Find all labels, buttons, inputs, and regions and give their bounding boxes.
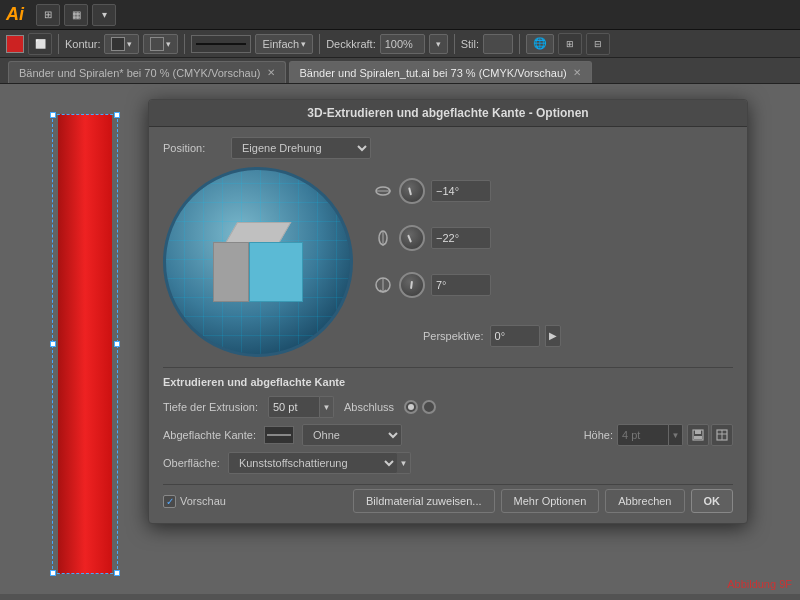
bevel-row: Abgeflachte Kante: Ohne Höhe: ▼ <box>163 424 733 446</box>
section-divider-1 <box>163 367 733 368</box>
mehr-optionen-button[interactable]: Mehr Optionen <box>501 489 600 513</box>
handle-mr <box>114 341 120 347</box>
rotation-controls: Perspektive: ▶ <box>365 167 733 357</box>
rot-y-dial[interactable] <box>399 225 425 251</box>
surface-arrow[interactable]: ▼ <box>397 452 411 474</box>
deckkraft-label: Deckkraft: <box>326 38 376 50</box>
menu-icon-2[interactable]: ▦ <box>64 4 88 26</box>
globe-preview[interactable] <box>163 167 353 357</box>
menu-icon-3[interactable]: ▾ <box>92 4 116 26</box>
hohe-label: Höhe: <box>584 429 613 441</box>
tab-close-0[interactable]: ✕ <box>267 67 275 78</box>
kontur-style[interactable]: ▾ <box>143 34 178 54</box>
app-logo: Ai <box>6 4 24 25</box>
tiefe-field[interactable] <box>268 396 320 418</box>
rot-z-icon <box>373 275 393 295</box>
stroke-preview <box>191 35 251 53</box>
kontur-color[interactable]: ▾ <box>104 34 139 54</box>
deckkraft-arrow[interactable]: ▾ <box>429 34 448 54</box>
main-area: 3D-Extrudieren und abgeflachte Kante - O… <box>0 84 800 594</box>
vorschau-checkbox[interactable]: ✓ <box>163 495 176 508</box>
hohe-arrow[interactable]: ▼ <box>669 424 683 446</box>
globe-btn[interactable]: 🌐 <box>526 34 554 54</box>
rot-z-row <box>373 272 733 298</box>
dialog-body: Position: Eigene Drehung <box>149 127 747 523</box>
ok-button[interactable]: OK <box>691 489 734 513</box>
surface-row: Oberfläche: Kunststoffschattierung ▼ <box>163 452 733 474</box>
tiefe-arrow[interactable]: ▼ <box>320 396 334 418</box>
bevel-preview <box>264 426 294 444</box>
toolbar-icon-1[interactable]: ⬜ <box>28 33 52 55</box>
oberflache-label: Oberfläche: <box>163 457 220 469</box>
rot-x-row <box>373 178 733 204</box>
rot-x-icon <box>373 181 393 201</box>
view-btn[interactable]: ⊞ <box>558 33 582 55</box>
stil-btn[interactable] <box>483 34 513 54</box>
hohe-section: Höhe: ▼ <box>584 424 733 446</box>
deckkraft-field[interactable] <box>380 34 425 54</box>
perspektive-field[interactable] <box>490 325 540 347</box>
bildmaterial-button[interactable]: Bildmaterial zuweisen... <box>353 489 495 513</box>
handle-tr <box>114 112 120 118</box>
toolbar-divider-2 <box>184 34 185 54</box>
arrange-btn[interactable]: ⊟ <box>586 33 610 55</box>
rot-x-field[interactable] <box>431 180 491 202</box>
save-btn-2[interactable] <box>711 424 733 446</box>
toolbar-divider-3 <box>319 34 320 54</box>
svg-rect-7 <box>695 430 701 434</box>
abschluss-radio-2[interactable] <box>422 400 436 414</box>
abschluss-label: Abschluss <box>344 401 394 413</box>
fill-swatch[interactable] <box>6 35 24 53</box>
hohe-field-group: ▼ <box>617 424 683 446</box>
menu-bar: Ai ⊞ ▦ ▾ <box>0 0 800 30</box>
abbrechen-button[interactable]: Abbrechen <box>605 489 684 513</box>
handle-tl <box>50 112 56 118</box>
globe-container <box>163 167 353 357</box>
rot-y-icon <box>373 228 393 248</box>
perspektive-row: Perspektive: ▶ <box>423 325 733 347</box>
perspektive-arrow[interactable]: ▶ <box>545 325 561 347</box>
toolbar: ⬜ Kontur: ▾ ▾ Einfach ▾ Deckkraft: ▾ Sti… <box>0 30 800 58</box>
rot-z-field[interactable] <box>431 274 491 296</box>
abbildung-text: Abbildung 9F <box>727 578 792 590</box>
dialog-3d-extrude: 3D-Extrudieren und abgeflachte Kante - O… <box>148 99 748 524</box>
cube-right <box>249 242 303 302</box>
tab-close-1[interactable]: ✕ <box>573 67 581 78</box>
save-btn-1[interactable] <box>687 424 709 446</box>
tab-0[interactable]: Bänder und Spiralen* bei 70 % (CMYK/Vors… <box>8 61 286 83</box>
tiefe-label: Tiefe der Extrusion: <box>163 401 258 413</box>
rot-y-field[interactable] <box>431 227 491 249</box>
vorschau-label[interactable]: ✓ Vorschau <box>163 495 226 508</box>
position-label: Position: <box>163 142 223 154</box>
red-band <box>58 114 112 574</box>
kontur-label: Kontur: <box>65 38 100 50</box>
einfach-btn[interactable]: Einfach ▾ <box>255 34 313 54</box>
rot-y-row <box>373 225 733 251</box>
cube-top <box>225 222 292 244</box>
save-btns <box>687 424 733 446</box>
dialog-buttons: ✓ Vorschau Bildmaterial zuweisen... Mehr… <box>163 484 733 513</box>
rot-x-dial[interactable] <box>399 178 425 204</box>
position-select[interactable]: Eigene Drehung <box>231 137 371 159</box>
handle-br <box>114 570 120 576</box>
menu-icon-1[interactable]: ⊞ <box>36 4 60 26</box>
dialog-title: 3D-Extrudieren und abgeflachte Kante - O… <box>149 100 747 127</box>
tab-1[interactable]: Bänder und Spiralen_tut.ai bei 73 % (CMY… <box>289 61 592 83</box>
stil-label: Stil: <box>461 38 479 50</box>
extrude-section-header: Extrudieren und abgeflachte Kante <box>163 376 733 388</box>
tabs-bar: Bänder und Spiralen* bei 70 % (CMYK/Vors… <box>0 58 800 84</box>
abschluss-radio-1[interactable] <box>404 400 418 414</box>
handle-bl <box>50 570 56 576</box>
handle-ml <box>50 341 56 347</box>
tiefe-field-group: ▼ <box>268 396 334 418</box>
hohe-field[interactable] <box>617 424 669 446</box>
svg-rect-8 <box>694 436 702 439</box>
bevel-select[interactable]: Ohne <box>302 424 402 446</box>
position-row: Position: Eigene Drehung <box>163 137 733 159</box>
preview-section: Perspektive: ▶ <box>163 167 733 357</box>
cube-left <box>213 242 249 302</box>
perspektive-label: Perspektive: <box>423 330 484 342</box>
surface-select[interactable]: Kunststoffschattierung <box>228 452 398 474</box>
rot-z-dial[interactable] <box>399 272 425 298</box>
toolbar-divider-4 <box>454 34 455 54</box>
